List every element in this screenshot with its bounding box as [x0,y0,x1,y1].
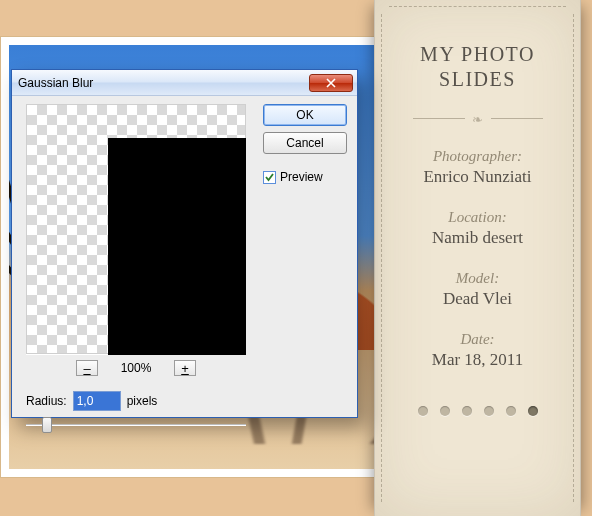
slider-track [26,424,246,426]
pagination-dot[interactable] [440,406,450,416]
info-bookmark: MY PHOTO SLIDES ❧ Photographer: Enrico N… [374,0,581,516]
dialog-titlebar[interactable]: Gaussian Blur [12,70,357,96]
gaussian-blur-dialog: Gaussian Blur – 100% + Radius: pixels OK [11,69,358,418]
checkmark-icon [264,172,275,183]
radius-row: Radius: pixels [26,391,157,411]
zoom-out-button[interactable]: – [76,360,98,376]
dialog-body: – 100% + Radius: pixels OK Cancel Previe… [12,96,357,417]
fleuron-icon: ❧ [472,112,483,128]
preview-content [108,138,246,355]
cancel-button[interactable]: Cancel [263,132,347,154]
radius-input[interactable] [73,391,121,411]
pagination-dot[interactable] [484,406,494,416]
pagination-dots [399,406,556,416]
zoom-in-button[interactable]: + [174,360,196,376]
pagination-dot[interactable] [506,406,516,416]
pagination-dot[interactable] [462,406,472,416]
pagination-dot[interactable] [528,406,538,416]
preview-checkbox-label: Preview [280,170,323,184]
model-group: Model: Dead Vlei [399,270,556,309]
preview-checkbox[interactable] [263,171,276,184]
zoom-level: 100% [116,361,156,375]
photographer-group: Photographer: Enrico Nunziati [399,148,556,187]
close-icon [325,78,337,88]
title-line-2: SLIDES [439,68,516,90]
preview-canvas[interactable] [26,104,246,354]
radius-slider[interactable] [26,416,246,434]
radius-label: Radius: [26,394,67,408]
ok-button[interactable]: OK [263,104,347,126]
photographer-value: Enrico Nunziati [399,167,556,187]
zoom-controls: – 100% + [26,358,246,378]
location-label: Location: [399,209,556,226]
location-value: Namib desert [399,228,556,248]
preview-toggle[interactable]: Preview [263,170,347,184]
location-group: Location: Namib desert [399,209,556,248]
date-label: Date: [399,331,556,348]
title-line-1: MY PHOTO [420,43,535,65]
radius-unit: pixels [127,394,158,408]
model-label: Model: [399,270,556,287]
date-group: Date: Mar 18, 2011 [399,331,556,370]
bookmark-title: MY PHOTO SLIDES [399,42,556,92]
slider-thumb[interactable] [42,417,52,433]
model-value: Dead Vlei [399,289,556,309]
close-button[interactable] [309,74,353,92]
photographer-label: Photographer: [399,148,556,165]
pagination-dot[interactable] [418,406,428,416]
ornament-divider: ❧ [413,112,543,126]
stitch-decoration [389,6,566,7]
dialog-side-column: OK Cancel Preview [263,104,347,184]
date-value: Mar 18, 2011 [399,350,556,370]
dialog-title: Gaussian Blur [18,76,309,90]
